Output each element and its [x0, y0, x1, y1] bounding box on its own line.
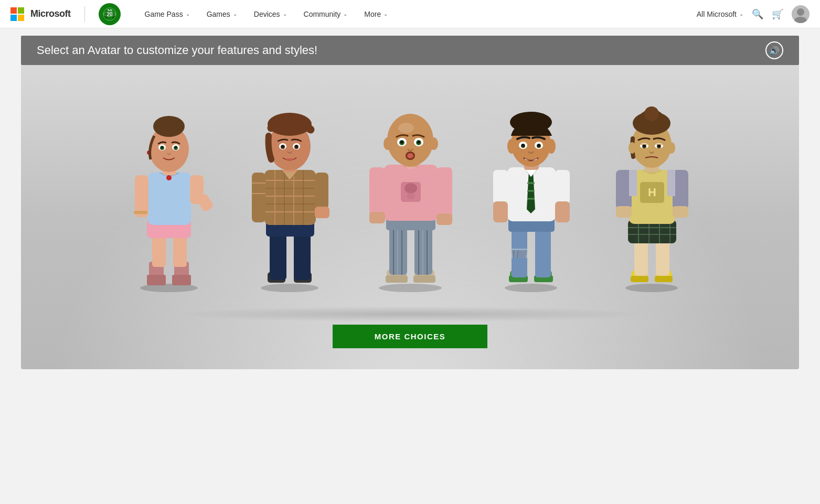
- svg-rect-89: [436, 213, 452, 225]
- svg-text:H: H: [648, 186, 656, 199]
- svg-rect-124: [555, 170, 570, 204]
- nav-right: All Microsoft ⌄ 🔍 🛒: [697, 5, 810, 23]
- svg-point-26: [153, 116, 185, 137]
- nav-item-community[interactable]: Community ⌄: [295, 0, 356, 28]
- svg-rect-159: [673, 206, 688, 218]
- microsoft-wordmark: Microsoft: [30, 8, 71, 19]
- svg-rect-88: [436, 167, 452, 220]
- microsoft-logo-grid: [10, 7, 24, 21]
- svg-point-93: [384, 137, 392, 150]
- svg-point-165: [629, 142, 636, 154]
- ms-green-square: [18, 7, 24, 14]
- chevron-down-icon: ⌄: [186, 11, 190, 17]
- all-microsoft-link[interactable]: All Microsoft ⌄: [697, 10, 743, 18]
- svg-point-7: [797, 8, 804, 16]
- svg-point-67: [295, 145, 297, 147]
- banner-text: Select an Avatar to customize your featu…: [37, 44, 317, 57]
- svg-point-84: [404, 183, 417, 194]
- cart-icon[interactable]: 🛒: [772, 8, 783, 20]
- svg-rect-11: [147, 275, 166, 285]
- svg-rect-58: [315, 207, 329, 218]
- chevron-down-icon: ⌄: [233, 11, 237, 17]
- ms-blue-square: [10, 15, 17, 21]
- svg-rect-71: [386, 275, 408, 283]
- avatar-4[interactable]: [478, 68, 583, 293]
- svg-point-172: [657, 145, 660, 147]
- nav-divider: [84, 6, 85, 22]
- svg-point-30: [161, 146, 163, 148]
- svg-rect-109: [535, 228, 551, 277]
- avatar-showcase: H: [21, 65, 799, 369]
- svg-point-64: [282, 145, 284, 147]
- nav-item-game-pass[interactable]: Game Pass ⌄: [136, 0, 198, 28]
- svg-point-97: [400, 141, 403, 144]
- svg-rect-57: [315, 173, 328, 209]
- svg-point-20: [166, 175, 172, 180]
- nav-item-games[interactable]: Games ⌄: [198, 0, 246, 28]
- svg-point-130: [547, 139, 556, 154]
- svg-rect-19: [148, 173, 191, 225]
- svg-point-92: [398, 123, 414, 133]
- chevron-down-icon: ⌄: [343, 11, 347, 17]
- svg-rect-140: [631, 276, 648, 282]
- svg-point-136: [537, 144, 540, 147]
- chevron-down-icon: ⌄: [739, 11, 743, 17]
- svg-rect-73: [389, 225, 407, 275]
- xbox-logo[interactable]: 20 20: [99, 3, 121, 25]
- avatar-1[interactable]: [116, 68, 221, 293]
- chevron-down-icon: ⌄: [384, 11, 388, 17]
- svg-rect-39: [270, 230, 286, 280]
- nav-links: Game Pass ⌄ Games ⌄ Devices ⌄ Community …: [136, 0, 697, 28]
- svg-point-137: [625, 284, 678, 292]
- more-choices-button[interactable]: MORE CHOICES: [333, 325, 488, 348]
- search-icon[interactable]: 🔍: [752, 8, 763, 20]
- svg-point-102: [407, 153, 413, 158]
- svg-rect-72: [413, 275, 435, 283]
- svg-rect-13: [172, 275, 191, 285]
- svg-rect-74: [414, 225, 432, 275]
- avatar-2[interactable]: [237, 68, 342, 293]
- svg-point-166: [668, 142, 675, 154]
- svg-rect-158: [616, 206, 632, 218]
- svg-point-164: [644, 106, 659, 121]
- svg-point-100: [417, 141, 420, 144]
- svg-rect-123: [493, 201, 508, 222]
- sound-icon: 🔊: [769, 46, 780, 56]
- ms-yellow-square: [18, 15, 24, 21]
- svg-point-94: [430, 137, 438, 150]
- avatar-5[interactable]: H: [599, 68, 704, 293]
- svg-rect-157: [667, 170, 675, 196]
- svg-rect-35: [134, 211, 147, 214]
- logo-group: Microsoft 20 20: [10, 3, 121, 25]
- svg-point-33: [175, 146, 177, 148]
- ms-red-square: [10, 7, 17, 14]
- svg-point-68: [379, 284, 442, 292]
- svg-rect-125: [555, 201, 570, 222]
- banner: Select an Avatar to customize your featu…: [21, 36, 799, 65]
- nav-item-devices[interactable]: Devices ⌄: [246, 0, 295, 28]
- svg-point-85: [407, 193, 415, 199]
- svg-point-169: [643, 145, 645, 147]
- nav-item-more[interactable]: More ⌄: [356, 0, 396, 28]
- svg-rect-141: [655, 276, 673, 282]
- svg-rect-40: [294, 230, 311, 280]
- svg-point-103: [505, 284, 557, 292]
- avatar-3[interactable]: [358, 68, 463, 293]
- svg-rect-143: [656, 238, 669, 276]
- sound-button[interactable]: 🔊: [765, 41, 783, 59]
- svg-rect-86: [369, 167, 385, 217]
- svg-rect-142: [634, 238, 648, 276]
- avatars-row: H: [21, 68, 799, 325]
- user-avatar[interactable]: [792, 5, 810, 23]
- svg-point-129: [507, 139, 516, 154]
- svg-rect-122: [493, 170, 508, 204]
- svg-point-36: [261, 284, 318, 292]
- svg-rect-87: [369, 212, 385, 223]
- svg-point-133: [521, 144, 524, 147]
- navigation: Microsoft 20 20 Game Pass ⌄ Games: [0, 0, 820, 28]
- svg-rect-156: [629, 170, 637, 196]
- svg-rect-54: [252, 173, 265, 222]
- chevron-down-icon: ⌄: [283, 11, 287, 17]
